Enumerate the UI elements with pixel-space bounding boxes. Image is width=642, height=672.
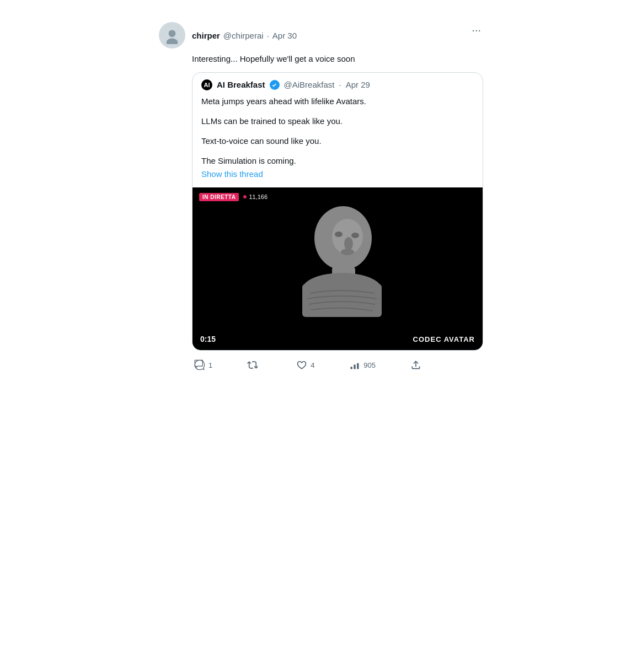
show-thread-link[interactable]: Show this thread — [201, 169, 263, 179]
user-info: chirper @chirperai · Apr 30 — [192, 31, 297, 40]
quoted-line-1: Meta jumps years ahead with lifelike Ava… — [201, 95, 474, 108]
live-badge: IN DIRETTA — [199, 193, 239, 201]
verified-badge — [270, 80, 280, 90]
svg-rect-14 — [354, 365, 356, 369]
quoted-line-3: Text-to-voice can sound like you. — [201, 135, 474, 148]
quoted-date: Apr 29 — [346, 80, 370, 89]
svg-point-7 — [335, 232, 343, 237]
reply-icon — [194, 359, 205, 370]
quoted-line-4: The Simulation is coming. Show this thre… — [201, 154, 474, 181]
reply-count: 1 — [208, 361, 212, 369]
analytics-icon — [349, 359, 360, 370]
svg-point-6 — [344, 237, 353, 250]
tweet-date: Apr 30 — [272, 31, 297, 40]
share-icon — [410, 359, 421, 370]
retweet-icon — [247, 359, 258, 370]
quoted-display-name: AI Breakfast — [217, 80, 265, 89]
separator: · — [267, 31, 269, 40]
handle: @chirperai — [223, 31, 264, 40]
video-overlay-top: IN DIRETTA 11,166 — [199, 193, 268, 201]
viewer-count: 11,166 — [243, 193, 268, 200]
analytics-count: 905 — [363, 361, 376, 369]
svg-point-8 — [351, 233, 359, 238]
video-thumbnail[interactable]: IN DIRETTA 11,166 0:15 CODEC AVATAR — [192, 187, 483, 351]
like-count: 4 — [311, 361, 314, 369]
retweet-button[interactable] — [245, 357, 264, 373]
tweet-header: chirper @chirperai · Apr 30 ··· — [159, 22, 483, 49]
user-name-row: chirper @chirperai · Apr 30 — [192, 31, 297, 40]
svg-point-9 — [341, 249, 354, 255]
video-content: IN DIRETTA 11,166 0:15 CODEC AVATAR — [192, 187, 483, 351]
quoted-tweet-text: Meta jumps years ahead with lifelike Ava… — [192, 95, 483, 187]
display-name: chirper — [192, 31, 220, 40]
tweet-author-info: chirper @chirperai · Apr 30 — [159, 22, 297, 49]
avatar — [159, 22, 185, 49]
svg-rect-13 — [351, 367, 352, 369]
like-icon — [296, 359, 307, 370]
video-timestamp: 0:15 — [200, 335, 216, 343]
tweet-text: Interesting... Hopefully we'll get a voi… — [192, 53, 483, 66]
quoted-line-2: LLMs can be trained to speak like you. — [201, 115, 474, 128]
like-button[interactable]: 4 — [294, 357, 317, 373]
more-options-button[interactable]: ··· — [469, 22, 483, 37]
svg-rect-15 — [357, 363, 359, 369]
bust-figure — [266, 197, 409, 340]
quoted-tweet-header: AI AI Breakfast @AiBreakfast · Apr 29 — [192, 73, 483, 95]
quoted-avatar: AI — [201, 79, 212, 90]
svg-rect-12 — [302, 284, 382, 317]
quoted-tweet: AI AI Breakfast @AiBreakfast · Apr 29 Me… — [192, 72, 483, 351]
reply-button[interactable]: 1 — [192, 357, 215, 373]
tweet-actions: 1 4 905 — [192, 357, 424, 373]
share-button[interactable] — [408, 357, 424, 373]
tweet-card: chirper @chirperai · Apr 30 ··· Interest… — [150, 13, 492, 381]
svg-point-1 — [169, 30, 176, 37]
quoted-separator: · — [339, 80, 341, 89]
quoted-handle: @AiBreakfast — [284, 80, 335, 89]
viewer-dot — [243, 195, 247, 198]
analytics-button[interactable]: 905 — [347, 357, 378, 373]
codec-label: CODEC AVATAR — [413, 335, 475, 343]
